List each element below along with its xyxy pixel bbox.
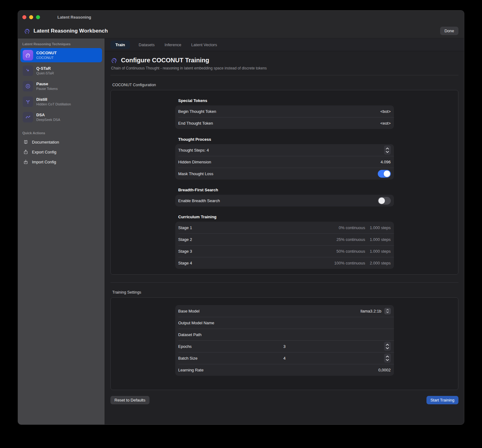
done-button[interactable]: Done — [440, 27, 458, 35]
tab-datasets[interactable]: Datasets — [137, 41, 156, 49]
sidebar-item-title: Q-STaR — [36, 66, 54, 71]
chevron-down-icon — [386, 359, 389, 361]
book-icon — [23, 139, 29, 145]
sidebar-item-title: COCONUT — [36, 51, 57, 55]
sidebar-item-subtitle: Hidden CoT Distillation — [36, 102, 71, 106]
tab-bar: Train Datasets Inference Latent Vectors — [105, 38, 464, 51]
output-model-name-row[interactable]: Output Model Name — [175, 317, 394, 329]
train-view: Configure COCONUT Training Chain of Cont… — [105, 51, 464, 424]
import-icon — [23, 159, 29, 165]
action-label: Documentation — [32, 140, 59, 144]
row-label: Mask Thought Loss — [178, 171, 213, 176]
toggle-knob — [378, 197, 385, 204]
batch-size-stepper[interactable] — [384, 353, 391, 363]
row-label: End Thought Token — [178, 121, 213, 126]
row-label: Epochs — [178, 344, 192, 349]
dataset-path-row[interactable]: Dataset Path — [175, 329, 394, 340]
branch-icon — [23, 96, 33, 107]
chevron-down-icon — [386, 311, 389, 313]
stage-label: Stage 1 — [178, 225, 192, 230]
stage-continuous-value: 0% continuous — [339, 225, 365, 230]
stage-label: Stage 4 — [178, 261, 192, 265]
stage-steps-value: 1.000 steps — [370, 249, 391, 254]
stage-row: Stage 1 0% continuous 1.000 steps — [175, 222, 394, 233]
row-label: Base Model — [178, 309, 200, 313]
brain-icon — [24, 27, 31, 34]
row-label: Output Model Name — [178, 321, 214, 325]
tab-train[interactable]: Train — [110, 41, 130, 49]
stage-row: Stage 2 25% continuous 1.000 steps — [175, 233, 394, 245]
app-window: Latent Reasoning Latent Reasoning Workbe… — [18, 10, 464, 425]
sidebar-action-documentation[interactable]: Documentation — [18, 137, 105, 147]
mask-thought-loss-row: Mask Thought Loss — [175, 168, 394, 180]
row-label: Begin Thought Token — [178, 109, 216, 114]
row-label: Learning Rate — [178, 368, 204, 372]
divider — [110, 282, 458, 283]
sidebar-item-distill[interactable]: Distill Hidden CoT Distillation — [20, 95, 102, 109]
thought-steps-row: Thought Steps: 4 — [175, 144, 394, 156]
training-settings-label: Training Settings — [112, 290, 458, 295]
training-settings-group: Base Model llama3.2:1b — [175, 305, 394, 376]
chevron-up-icon — [386, 309, 389, 311]
stage-row: Stage 3 50% continuous 1.000 steps — [175, 245, 394, 257]
base-model-row: Base Model llama3.2:1b — [175, 305, 394, 317]
main-panel: Train Datasets Inference Latent Vectors … — [105, 38, 464, 424]
reset-to-defaults-button[interactable]: Reset to Defaults — [110, 396, 150, 404]
sidebar-item-coconut[interactable]: COCONUT COCONUT — [20, 48, 102, 62]
sidebar-action-import-config[interactable]: Import Config — [18, 157, 105, 167]
close-window-button[interactable] — [22, 15, 26, 19]
epochs-stepper[interactable] — [384, 342, 391, 351]
bfs-group: Enable Breadth Search — [175, 195, 394, 206]
chevron-up-icon — [386, 147, 389, 150]
learning-rate-value: 0,0002 — [378, 368, 391, 372]
stage-continuous-value: 100% continuous — [334, 261, 365, 265]
pause-circle-icon — [23, 81, 33, 91]
divider — [110, 75, 458, 75]
app-header: Latent Reasoning Workbench Done — [18, 24, 464, 38]
chevron-up-icon — [386, 344, 389, 346]
thought-process-group: Thought Steps: 4 Hidden Dimension 4.096 — [175, 144, 394, 180]
action-label: Import Config — [32, 160, 56, 164]
fullscreen-window-button[interactable] — [36, 15, 40, 19]
sidebar-item-subtitle: COCONUT — [36, 55, 57, 60]
thought-steps-stepper[interactable] — [384, 145, 391, 155]
minimize-window-button[interactable] — [29, 15, 33, 19]
wave-chart-icon — [23, 112, 33, 122]
sidebar-item-qstar[interactable]: Q-STaR Quiet-STaR — [20, 64, 102, 78]
enable-breadth-search-toggle[interactable] — [378, 197, 391, 205]
end-thought-token-row[interactable]: End Thought Token <eot> — [175, 117, 394, 129]
titlebar: Latent Reasoning — [18, 11, 464, 24]
mask-thought-loss-toggle[interactable] — [378, 170, 391, 178]
quick-actions-section-header: Quick Actions — [18, 131, 105, 135]
tab-inference[interactable]: Inference — [163, 41, 182, 49]
sidebar-item-dsa[interactable]: DSA DeepSeek DSA — [20, 110, 102, 124]
curriculum-header: Curriculum Training — [178, 215, 394, 219]
start-training-button[interactable]: Start Training — [426, 396, 458, 404]
curriculum-group: Stage 1 0% continuous 1.000 steps Stage … — [175, 222, 394, 269]
begin-thought-token-value: <bot> — [380, 109, 391, 114]
row-label: Hidden Dimension — [178, 160, 211, 164]
base-model-popup-button[interactable] — [384, 308, 391, 314]
hidden-dimension-value: 4.096 — [381, 160, 391, 164]
footer-actions: Reset to Defaults Start Training — [110, 396, 458, 404]
sidebar-item-title: DSA — [36, 113, 60, 118]
stage-continuous-value: 25% continuous — [337, 237, 365, 242]
chevron-up-icon — [386, 355, 389, 358]
tab-latent-vectors[interactable]: Latent Vectors — [190, 41, 218, 49]
learning-rate-row[interactable]: Learning Rate 0,0002 — [175, 364, 394, 376]
begin-thought-token-row[interactable]: Begin Thought Token <bot> — [175, 105, 394, 117]
special-tokens-header: Special Tokens — [178, 98, 394, 103]
special-tokens-group: Begin Thought Token <bot> End Thought To… — [175, 105, 394, 129]
base-model-value: llama3.2:1b — [360, 309, 381, 313]
sidebar-action-export-config[interactable]: Export Config — [18, 147, 105, 157]
hidden-dimension-row: Hidden Dimension 4.096 — [175, 156, 394, 168]
end-thought-token-value: <eot> — [380, 121, 391, 126]
action-label: Export Config — [32, 150, 56, 154]
sidebar-item-pause[interactable]: Pause Pause Tokens — [20, 79, 102, 93]
page-title: Latent Reasoning Workbench — [33, 28, 440, 34]
chevron-down-icon — [386, 151, 389, 153]
epochs-value: 3 — [283, 344, 285, 349]
view-title: Configure COCONUT Training — [121, 57, 209, 64]
batch-size-row: Batch Size 4 — [175, 352, 394, 364]
stage-label: Stage 2 — [178, 237, 192, 242]
